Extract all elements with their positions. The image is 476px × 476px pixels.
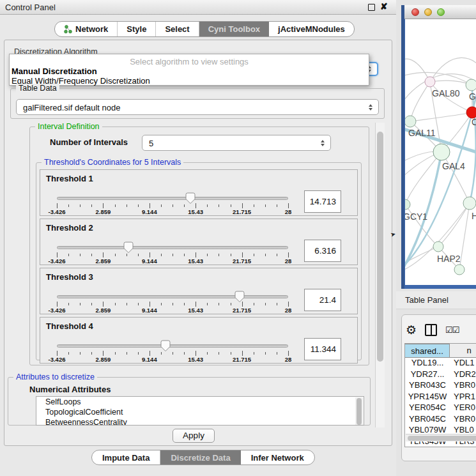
node-label: C [472, 117, 476, 127]
tab-impute-data-label: Impute Data [102, 453, 150, 463]
node-gal80[interactable] [425, 77, 435, 87]
shared-name-cell[interactable]: YBR043C [405, 380, 450, 392]
close-icon[interactable]: ✘ [380, 1, 388, 12]
slider-thumb[interactable] [234, 291, 245, 303]
table-row[interactable]: YBR045CYBR0 [405, 414, 476, 426]
shared-name-cell[interactable]: YDL19... [405, 358, 450, 369]
threshold-4-slider[interactable]: -3.4262.8599.14415.4321.71528 [57, 342, 288, 364]
close-traffic-light-icon[interactable] [411, 8, 419, 16]
shared-name-cell[interactable]: YBR045C [405, 414, 450, 426]
table-panel: ⚙ ☑☑ shared... n YDL19...YDL1YDR27...YDR… [401, 314, 476, 461]
node-right[interactable] [463, 197, 476, 210]
tab-style[interactable]: Style [118, 22, 156, 36]
tab-network[interactable]: Network [55, 22, 118, 36]
interval-definition-group-label: Interval Definition [35, 122, 102, 131]
zoom-traffic-light-icon[interactable] [437, 8, 445, 16]
slider-ticks [57, 351, 288, 356]
split-columns-icon[interactable] [425, 324, 437, 336]
checkbox-icons[interactable]: ☑☑ [445, 325, 459, 335]
threshold-4-panel: Threshold 4 -3.4262.8599.14415.4321.7152… [40, 317, 358, 364]
apply-button[interactable]: Apply [173, 429, 215, 443]
threshold-1-value-field[interactable]: 14.713 [304, 190, 341, 213]
slider-track[interactable] [57, 344, 288, 348]
scrollbar-thumb[interactable] [408, 436, 476, 441]
attribute-list-item[interactable]: SelfLoops [36, 397, 364, 407]
attribute-list-item[interactable]: TopologicalCoefficient [36, 407, 364, 417]
slider-ticks [57, 252, 288, 257]
threshold-3-label: Threshold 3 [46, 272, 93, 282]
network-view-window[interactable]: GAL80GACGAL11GAL4GCY1HHAP2 [401, 5, 476, 289]
threshold-4-value-field[interactable]: 11.344 [304, 338, 341, 360]
attribute-list-item[interactable]: BetweennessCentrality [36, 417, 364, 426]
name-cell[interactable]: YPR1 [450, 392, 476, 403]
slider-track[interactable] [57, 295, 288, 298]
float-window-icon[interactable] [368, 4, 375, 11]
name-cell[interactable]: YER0 [450, 403, 476, 414]
control-panel: Control Panel ✘ Network Style Select Cyn… [0, 0, 396, 476]
node-label: GA [469, 91, 476, 102]
shared-name-cell[interactable]: YER054C [405, 403, 450, 414]
number-of-intervals-label: Number of Intervals [50, 137, 128, 147]
table-row[interactable]: YDR27...YDR2 [405, 369, 476, 381]
slider-thumb[interactable] [185, 192, 196, 204]
tab-select[interactable]: Select [156, 22, 199, 36]
node-label: H [472, 211, 476, 221]
node-gal11[interactable] [405, 116, 416, 127]
slider-tick-labels: -3.4262.8599.14415.4321.71528 [57, 208, 288, 215]
node-gcy1[interactable] [405, 199, 410, 210]
column-header-shared-name[interactable]: shared... [405, 344, 450, 357]
tab-select-label: Select [165, 24, 189, 34]
network-edge [405, 72, 472, 85]
dropdown-option-manual-discretization[interactable]: Manual Discretization [12, 66, 97, 76]
table-horizontal-scrollbar[interactable] [406, 434, 476, 441]
network-canvas[interactable]: GAL80GACGAL11GAL4GCY1HHAP2 [405, 19, 476, 285]
name-cell[interactable]: YBR0 [450, 380, 476, 392]
threshold-2-slider[interactable]: -3.4262.8599.14415.4321.71528 [57, 243, 288, 265]
scrollbar-thumb[interactable] [377, 132, 383, 362]
tab-cyni-toolbox[interactable]: Cyni Toolbox [199, 22, 269, 36]
slider-tick-labels: -3.4262.8599.14415.4321.71528 [57, 356, 288, 363]
table-row[interactable]: YPR145WYPR1 [405, 392, 476, 403]
name-cell[interactable]: YBR0 [450, 414, 476, 426]
name-cell[interactable]: YDL1 [450, 358, 476, 369]
column-header-name[interactable]: n [450, 344, 476, 357]
numerical-attributes-list[interactable]: SelfLoopsTopologicalCoefficientBetweenne… [36, 396, 364, 426]
slider-track[interactable] [57, 246, 288, 249]
shared-name-cell[interactable]: YDR27... [405, 369, 450, 381]
threshold-1-slider[interactable]: -3.4262.8599.14415.4321.71528 [57, 194, 288, 216]
tab-discretize-data[interactable]: Discretize Data [160, 450, 240, 464]
combo-stepper-icon [321, 140, 325, 146]
slider-thumb[interactable] [123, 242, 134, 254]
tab-network-label: Network [75, 24, 108, 34]
minimize-traffic-light-icon[interactable] [424, 8, 432, 16]
tab-impute-data[interactable]: Impute Data [92, 450, 160, 464]
threshold-3-slider[interactable]: -3.4262.8599.14415.4321.71528 [57, 293, 288, 314]
threshold-3-value-field[interactable]: 21.4 [304, 289, 341, 311]
node-top-right[interactable] [466, 79, 476, 91]
slider-ticks [57, 203, 288, 208]
gear-icon[interactable]: ⚙ [406, 324, 417, 336]
slider-track[interactable] [57, 197, 288, 200]
attributes-list-scrollbar[interactable] [355, 397, 363, 426]
threshold-4-label: Threshold 4 [46, 321, 93, 331]
node-gal4[interactable] [433, 144, 450, 160]
number-of-intervals-combobox[interactable]: 5 [142, 135, 331, 151]
control-panel-titlebar: Control Panel ✘ [0, 0, 396, 15]
slider-thumb[interactable] [160, 340, 171, 352]
table-row[interactable]: YBR043CYBR0 [405, 380, 476, 392]
node-bottom[interactable] [454, 265, 464, 275]
tab-infer-network[interactable]: Infer Network [241, 450, 314, 464]
shared-name-cell[interactable]: YPR145W [405, 392, 450, 403]
network-edge [459, 203, 470, 270]
settings-vertical-scrollbar[interactable] [375, 123, 385, 427]
table-row[interactable]: YER054CYER0 [405, 403, 476, 414]
tab-jactivemnodules[interactable]: jActiveMNodules [269, 22, 354, 36]
tab-discretize-data-label: Discretize Data [171, 453, 230, 463]
node-table: shared... n YDL19...YDL1YDR27...YDR2YBR0… [404, 343, 476, 447]
table-row[interactable]: YDL19...YDL1 [405, 358, 476, 369]
threshold-2-value-field[interactable]: 6.316 [304, 240, 341, 262]
node-hap2[interactable] [433, 242, 443, 252]
threshold-2-label: Threshold 2 [46, 223, 93, 233]
table-header-row: shared... n [405, 344, 476, 358]
name-cell[interactable]: YDR2 [450, 369, 476, 381]
